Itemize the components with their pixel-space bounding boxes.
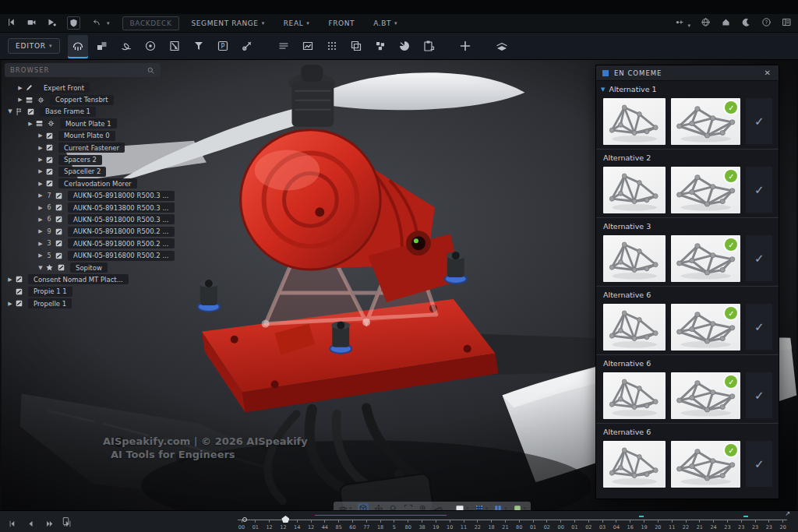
timeline-tick[interactable]: 10 — [446, 520, 454, 530]
timeline-tick[interactable]: 80 — [404, 520, 412, 530]
timeline-tick[interactable]: 80 — [515, 520, 523, 530]
ff-button[interactable] — [45, 516, 54, 531]
modify-tools-button[interactable] — [237, 35, 257, 57]
part-icon[interactable] — [26, 107, 36, 117]
part-icon[interactable] — [14, 274, 24, 284]
tree-row-label[interactable]: Base Frame 1 — [40, 107, 96, 117]
parameters-button[interactable]: P — [213, 35, 233, 57]
menu-item-4[interactable]: A.BT▾ — [366, 17, 404, 30]
close-icon[interactable]: ✕ — [763, 69, 772, 77]
tree-row[interactable]: ▶Spaceller 2 — [2, 166, 165, 178]
tree-row[interactable]: ▶Coppert Tensbrt — [2, 93, 165, 105]
timeline-tick[interactable]: 19 — [432, 520, 440, 530]
part-icon[interactable] — [44, 167, 55, 177]
part-icon[interactable] — [44, 143, 55, 153]
select-outcome-checkmark[interactable]: ✓ — [746, 372, 772, 418]
tree-row[interactable]: ▶9AUKN-05-8918000 R500.2 ... — [2, 226, 165, 238]
timeline-tick[interactable]: 22 — [682, 520, 690, 530]
timeline-tick[interactable]: 01 — [571, 520, 579, 530]
tree-row-label[interactable]: Mount Plate 1 — [60, 118, 117, 129]
timeline-tick[interactable]: 23 — [765, 520, 773, 530]
tree-row[interactable]: ▶7AUKN-05-8918000 R500.3 ... — [2, 190, 165, 202]
3d-viewport[interactable]: AISpeakify.com | © 2026 AISpeakify AI To… — [0, 60, 798, 510]
timeline-tick[interactable]: 21 — [696, 520, 704, 530]
outcome-thumbnail-original[interactable] — [603, 98, 666, 145]
collapse-arrow-icon[interactable]: ▼ — [6, 108, 14, 115]
timeline-tick[interactable]: 77 — [362, 520, 370, 530]
tree-row-label[interactable]: Propie 1 1 — [28, 287, 72, 297]
timeline-position-marker[interactable] — [281, 516, 289, 523]
outcome-thumbnail-original[interactable] — [603, 372, 666, 419]
tree-row[interactable]: ▶Cerlavodation Morer — [2, 178, 165, 189]
skip-back-icon[interactable] — [6, 16, 16, 30]
alternative-header[interactable]: Alternative 3 — [596, 218, 779, 234]
tree-row-label[interactable]: Spaceller 2 — [58, 167, 106, 177]
expand-arrow-icon[interactable]: ▶ — [6, 301, 14, 307]
play-badge-icon[interactable] — [47, 16, 57, 30]
part-icon[interactable] — [54, 251, 64, 261]
tree-row-label[interactable]: Coppert Tensbrt — [50, 95, 114, 105]
tree-row[interactable]: ▶6AUKN-05-8913800 R500.3 ... — [2, 202, 165, 213]
tree-row[interactable]: Propie 1 1 — [2, 286, 165, 298]
part-icon[interactable] — [14, 298, 24, 308]
outcome-thumbnail-original[interactable] — [603, 235, 666, 282]
browser-search[interactable] — [5, 63, 161, 77]
outcome-thumbnail-original[interactable] — [603, 304, 666, 351]
timeline-tick[interactable]: 12 — [307, 520, 315, 530]
outcome-thumbnail-original[interactable] — [603, 441, 666, 488]
timeline-tick[interactable]: 23 — [751, 520, 759, 530]
timeline-tick[interactable]: 01 — [252, 520, 260, 530]
camera-icon[interactable] — [26, 16, 37, 30]
globe-icon[interactable] — [701, 16, 711, 30]
timeline-tick[interactable]: 38 — [418, 520, 426, 530]
expand-arrow-icon[interactable]: ▶ — [16, 97, 24, 103]
undo-caret-icon[interactable]: ▾ — [107, 20, 110, 26]
tree-row-label[interactable]: AUKN-05-8918000 R500.3 ... — [68, 214, 175, 224]
tree-row[interactable]: ▶Propelle 1 — [2, 298, 165, 309]
expand-arrow-icon[interactable]: ▶ — [37, 168, 44, 174]
part-icon[interactable] — [54, 227, 64, 237]
tree-row-label[interactable]: Spacers 2 — [58, 155, 102, 165]
generative-shelter-button[interactable] — [68, 35, 88, 57]
outcome-thumbnail-result[interactable]: ✓ — [671, 304, 740, 351]
timeline-document-icon[interactable] — [61, 515, 71, 530]
timeline-tick[interactable]: 11 — [668, 520, 676, 530]
timeline-tick[interactable]: 24 — [710, 520, 718, 530]
alternative-header[interactable]: Alternative 6 — [596, 355, 779, 372]
tree-row[interactable]: ▶Current Fastener — [2, 142, 165, 153]
menu-item-2[interactable]: REAL▾ — [277, 17, 317, 30]
browser-search-input[interactable] — [10, 66, 147, 74]
tree-row-label[interactable]: AUKN-05-8918000 R500.2 ... — [68, 227, 175, 237]
undo-control[interactable]: ▾ — [91, 16, 110, 30]
menu-item-3[interactable]: FRONT — [321, 17, 362, 30]
expand-arrow-icon[interactable]: ▶ — [37, 145, 44, 151]
tree-row-label[interactable]: Mount Plate 0 — [58, 131, 115, 141]
expand-arrow-icon[interactable]: ▶ — [37, 132, 44, 139]
outcome-thumbnail-original[interactable] — [603, 167, 666, 213]
tree-row-label[interactable]: AUKN-05-8916800 R500.2 ... — [68, 251, 175, 261]
tree-row-label[interactable]: Cerlavodation Morer — [58, 178, 137, 188]
part-icon[interactable] — [14, 287, 24, 297]
select-outcome-checkmark[interactable]: ✓ — [746, 98, 772, 144]
timeline-tick[interactable]: 04 — [613, 520, 620, 530]
timeline-tick[interactable]: 16 — [627, 520, 634, 530]
part-icon[interactable] — [54, 214, 64, 224]
alternative-header[interactable]: ▼Alternative 1 — [596, 81, 779, 97]
clipboard-export-button[interactable] — [418, 35, 439, 57]
tree-row[interactable]: ▶6AUKN-05-8918000 R500.3 ... — [2, 213, 165, 225]
tree-row-label[interactable]: Current Fastener — [58, 143, 125, 153]
timeline-tick[interactable]: 03 — [598, 520, 606, 530]
tree-row-label[interactable]: AUKN-05-8913800 R500.3 ... — [68, 203, 175, 213]
outcome-thumbnail-result[interactable]: ✓ — [671, 372, 740, 419]
expand-arrow-icon[interactable]: ▶ — [37, 241, 44, 247]
sketch-frame-button[interactable] — [164, 35, 185, 57]
select-outcome-checkmark[interactable]: ✓ — [746, 441, 772, 487]
collapse-arrow-icon[interactable]: ▼ — [37, 265, 44, 271]
tree-row-label[interactable]: Propelle 1 — [28, 298, 72, 308]
part-icon[interactable] — [44, 155, 55, 165]
timeline-tick[interactable]: 23 — [723, 520, 731, 530]
skipstart-button[interactable] — [8, 516, 16, 531]
expand-arrow-icon[interactable]: ▶ — [37, 252, 44, 259]
user-extension-icon[interactable]: ▾ — [674, 16, 690, 30]
workspace-dropdown[interactable]: EDITOR ▾ — [8, 38, 60, 54]
